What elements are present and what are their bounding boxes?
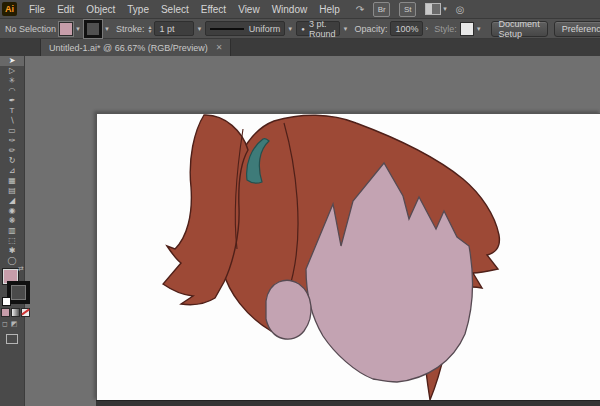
menu-item-object[interactable]: Object: [80, 1, 121, 18]
menu-item-window[interactable]: Window: [266, 1, 314, 18]
bridge-arrow-icon[interactable]: ↷: [356, 4, 364, 15]
column-graph-tool-icon[interactable]: ▥: [0, 226, 24, 236]
menu-item-file[interactable]: File: [23, 1, 51, 18]
stroke-label: Stroke:: [116, 24, 145, 34]
preferences-button[interactable]: Preferences: [554, 21, 600, 37]
style-swatch[interactable]: [460, 22, 474, 36]
menu-item-view[interactable]: View: [232, 1, 266, 18]
menu-bar: Ai FileEditObjectTypeSelectEffectViewWin…: [0, 0, 600, 19]
draw-normal-icon[interactable]: ◻: [2, 320, 8, 328]
brush-definition-dropdown[interactable]: ● 3 pt. Round: [296, 21, 340, 36]
opacity-label: Opacity:: [354, 24, 387, 34]
menu-items: FileEditObjectTypeSelectEffectViewWindow…: [23, 1, 346, 18]
document-tab-bar: Untitled-1.ai* @ 66.67% (RGB/Preview) ✕: [24, 39, 600, 56]
eyedropper-tool-icon[interactable]: ◢: [0, 196, 24, 206]
profile-value: Uniform: [249, 24, 281, 34]
draw-behind-icon[interactable]: ◩: [11, 320, 18, 328]
stroke-weight-control[interactable]: ▲▼ 1 pt ▼: [147, 21, 205, 36]
document-setup-button[interactable]: Document Setup: [491, 21, 548, 37]
mesh-tool-icon[interactable]: ▦: [0, 176, 24, 186]
selection-status: No Selection: [5, 24, 56, 34]
line-segment-tool-icon[interactable]: ∖: [0, 116, 24, 126]
chevron-down-icon[interactable]: ▼: [476, 26, 482, 32]
magic-wand-tool-icon[interactable]: ✳: [0, 76, 24, 86]
menu-item-effect[interactable]: Effect: [195, 1, 232, 18]
fill-swatch[interactable]: [59, 22, 73, 36]
stock-button[interactable]: St: [399, 2, 416, 17]
artboard[interactable]: [96, 113, 600, 401]
gradient-button[interactable]: [11, 308, 20, 317]
tools-panel: ➤▷✳◠✒T∖▭✑✏↻⊿▦▤◢◉❋▥⬚✱◯ ⇄ ◻ ◩: [0, 56, 25, 406]
menu-item-edit[interactable]: Edit: [51, 1, 80, 18]
bridge-button[interactable]: Br: [373, 2, 390, 17]
selection-tool-icon[interactable]: ➤: [0, 56, 24, 66]
chevron-down-icon[interactable]: ▼: [342, 26, 348, 32]
style-control[interactable]: ▼: [460, 22, 485, 36]
chevron-down-icon[interactable]: ▼: [196, 26, 202, 32]
chevron-down-icon: ▾: [443, 5, 447, 13]
workspace-switcher-icon: [425, 3, 441, 15]
profile-line-icon: [210, 28, 243, 30]
chevron-down-icon[interactable]: ▼: [104, 26, 110, 32]
pencil-tool-icon[interactable]: ✏: [0, 146, 24, 156]
app-logo-icon[interactable]: Ai: [2, 2, 17, 16]
type-tool-icon[interactable]: T: [0, 106, 24, 116]
document-tab[interactable]: Untitled-1.ai* @ 66.67% (RGB/Preview) ✕: [40, 39, 231, 56]
screen-mode-button[interactable]: [6, 334, 18, 344]
search-icon[interactable]: ◎: [456, 4, 465, 15]
artboard-tool-icon[interactable]: ⬚: [0, 236, 24, 246]
opacity-chevron-icon[interactable]: ›: [425, 24, 428, 33]
menu-item-help[interactable]: Help: [313, 1, 346, 18]
menu-bar-right: ↷ Br St ▾ ◎: [356, 2, 465, 17]
stroke-color-control[interactable]: ▼: [84, 20, 113, 38]
brush-dot-icon: ●: [301, 26, 305, 32]
fill-color-control[interactable]: ▼: [59, 22, 84, 36]
paintbrush-tool-icon[interactable]: ✑: [0, 136, 24, 146]
document-tab-title: Untitled-1.ai* @ 66.67% (RGB/Preview): [49, 43, 208, 53]
tool-list: ➤▷✳◠✒T∖▭✑✏↻⊿▦▤◢◉❋▥⬚✱◯: [0, 56, 24, 266]
close-icon[interactable]: ✕: [216, 43, 223, 52]
paint-mode-buttons: [1, 308, 30, 317]
swap-fill-stroke-icon[interactable]: ⇄: [18, 265, 24, 273]
default-fill-stroke-icon[interactable]: [2, 297, 11, 306]
draw-mode-buttons: ◻ ◩: [2, 320, 17, 328]
style-label: Style:: [434, 24, 457, 34]
stroke-swatch[interactable]: [84, 20, 102, 38]
window-bottom-edge: [96, 400, 600, 406]
illustrator-window: { "app": { "logo": "Ai", "menus": ["File…: [0, 0, 600, 406]
stroke-weight-value[interactable]: 1 pt: [154, 21, 194, 36]
pen-tool-icon[interactable]: ✒: [0, 96, 24, 106]
opacity-value[interactable]: 100%: [390, 21, 423, 36]
color-button[interactable]: [1, 308, 10, 317]
fill-stroke-indicator: ⇄: [2, 268, 22, 300]
artwork-canvas: [97, 114, 600, 401]
menu-item-type[interactable]: Type: [121, 1, 155, 18]
chevron-down-icon[interactable]: ▼: [287, 26, 293, 32]
control-bar: No Selection ▼ ▼ Stroke: ▲▼ 1 pt ▼ Unifo…: [0, 19, 600, 39]
scale-tool-icon[interactable]: ⊿: [0, 166, 24, 176]
ear-shape[interactable]: [266, 280, 311, 339]
rectangle-tool-icon[interactable]: ▭: [0, 126, 24, 136]
rotate-tool-icon[interactable]: ↻: [0, 156, 24, 166]
direct-selection-tool-icon[interactable]: ▷: [0, 66, 24, 76]
workspace-switcher[interactable]: ▾: [425, 3, 447, 15]
chevron-down-icon[interactable]: ▼: [75, 26, 81, 32]
gradient-tool-icon[interactable]: ▤: [0, 186, 24, 196]
symbol-sprayer-tool-icon[interactable]: ❋: [0, 216, 24, 226]
blend-tool-icon[interactable]: ◉: [0, 206, 24, 216]
lasso-tool-icon[interactable]: ◠: [0, 86, 24, 96]
stepper-icon[interactable]: ▲▼: [147, 25, 152, 33]
none-button[interactable]: [21, 308, 30, 317]
width-profile-dropdown[interactable]: Uniform: [205, 21, 285, 36]
hand-tool-icon[interactable]: ✱: [0, 246, 24, 256]
menu-item-select[interactable]: Select: [155, 1, 195, 18]
brush-value: 3 pt. Round: [309, 19, 336, 39]
